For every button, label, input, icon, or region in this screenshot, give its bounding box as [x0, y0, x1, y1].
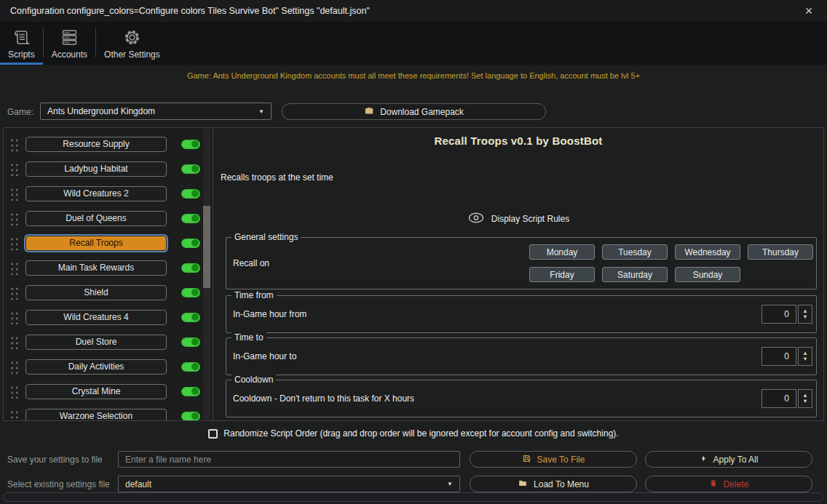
cooldown-label: Cooldown - Don't return to this task for…	[226, 393, 761, 404]
general-settings-group: General settings Recall on Monday Tuesda…	[226, 237, 817, 289]
save-to-file-button[interactable]: Save To File	[470, 451, 637, 468]
toggle-knob	[191, 313, 199, 321]
script-button[interactable]: Shield	[25, 285, 167, 300]
script-enabled-toggle[interactable]	[181, 337, 200, 347]
day-button[interactable]: Tuesday	[602, 244, 668, 260]
script-enabled-toggle[interactable]	[181, 164, 200, 174]
tab-label: Accounts	[52, 49, 87, 60]
script-enabled-toggle[interactable]	[181, 140, 200, 149]
toggle-knob	[191, 289, 199, 296]
settings-file-value: default	[125, 479, 151, 489]
day-button[interactable]: Friday	[529, 267, 595, 282]
display-script-rules-label: Display Script Rules	[491, 214, 569, 224]
tab-label: Other Settings	[104, 49, 160, 60]
script-enabled-toggle[interactable]	[181, 288, 200, 297]
spinner-arrows[interactable]: ▲ ▼	[798, 389, 812, 408]
game-select[interactable]: Ants Underground Kingdom ▼	[40, 103, 272, 120]
script-list-item: Crystal Mine	[4, 379, 213, 404]
toggle-knob	[191, 388, 199, 395]
script-enabled-toggle[interactable]	[181, 239, 200, 248]
drag-handle-icon[interactable]	[9, 236, 18, 250]
delete-button[interactable]: Delete	[645, 476, 812, 492]
spin-down-icon[interactable]: ▼	[802, 315, 807, 319]
chevron-down-icon: ▼	[447, 481, 453, 487]
randomize-label: Randomize Script Order (drag and drop or…	[223, 428, 618, 439]
apply-to-all-label: Apply To All	[713, 455, 759, 465]
sidebar-scrollbar-thumb[interactable]	[203, 206, 210, 288]
apply-to-all-button[interactable]: Apply To All	[645, 451, 812, 468]
script-button[interactable]: Wild Creatures 2	[25, 186, 167, 201]
toggle-knob	[191, 363, 199, 370]
script-settings-panel: Recall Troops v0.1 by BoostBot Recalls t…	[213, 128, 823, 420]
drag-handle-icon[interactable]	[9, 260, 18, 275]
script-list-item: Shield	[4, 280, 213, 305]
script-list-item: Duel Store	[4, 329, 213, 354]
script-button[interactable]: Wild Creatures 4	[25, 310, 167, 325]
tab-scripts[interactable]: Scripts	[0, 22, 43, 65]
lightning-icon	[700, 454, 708, 465]
drag-handle-icon[interactable]	[9, 310, 18, 324]
in-game-hour-from-label: In-Game hour from	[226, 309, 761, 319]
day-buttons: Monday Tuesday Wednesday Thursday Friday…	[529, 244, 813, 282]
drag-handle-icon[interactable]	[9, 409, 18, 420]
script-enabled-toggle[interactable]	[181, 189, 200, 199]
day-button[interactable]: Wednesday	[675, 244, 740, 260]
chevron-down-icon: ▼	[258, 108, 264, 115]
script-button[interactable]: Crystal Mine	[25, 384, 167, 399]
day-button[interactable]: Sunday	[675, 267, 740, 282]
sidebar-scrollbar[interactable]	[203, 129, 210, 420]
drag-handle-icon[interactable]	[9, 335, 18, 349]
drag-handle-icon[interactable]	[9, 137, 18, 151]
spinner-arrows[interactable]: ▲ ▼	[798, 347, 812, 366]
day-button[interactable]: Monday	[529, 244, 595, 260]
spinner-arrows[interactable]: ▲ ▼	[798, 305, 812, 324]
script-enabled-toggle[interactable]	[181, 412, 200, 421]
tab-other-settings[interactable]: Other Settings	[96, 22, 168, 65]
drag-handle-icon[interactable]	[9, 211, 18, 225]
main-area: Resource Supply Ladybug Habitat Wild Cre…	[3, 127, 824, 421]
hour-to-input[interactable]: 0	[761, 347, 796, 366]
randomize-row: Randomize Script Order (drag and drop or…	[0, 425, 827, 441]
randomize-checkbox[interactable]	[208, 429, 218, 439]
script-enabled-toggle[interactable]	[181, 214, 200, 223]
drag-handle-icon[interactable]	[9, 186, 18, 201]
script-button[interactable]: Resource Supply	[25, 137, 167, 152]
settings-file-select[interactable]: default ▼	[118, 476, 460, 492]
scroll-icon	[12, 28, 31, 47]
script-enabled-toggle[interactable]	[181, 263, 200, 273]
load-to-menu-button[interactable]: Load To Menu	[470, 476, 637, 492]
script-button[interactable]: Duel of Queens	[25, 211, 167, 226]
hour-from-input[interactable]: 0	[761, 305, 796, 324]
script-enabled-toggle[interactable]	[181, 387, 200, 396]
drag-handle-icon[interactable]	[9, 384, 18, 399]
drag-handle-icon[interactable]	[9, 161, 18, 176]
drag-handle-icon[interactable]	[9, 359, 18, 374]
script-button[interactable]: Main Task Rewards	[25, 260, 167, 276]
download-gamepack-button[interactable]: Download Gamepack	[282, 103, 546, 120]
script-button[interactable]: Warzone Selection	[25, 409, 167, 421]
time-to-group: Time to In-Game hour to 0 ▲ ▼	[226, 337, 817, 375]
save-to-file-label: Save To File	[537, 455, 585, 465]
toggle-knob	[191, 165, 199, 172]
tab-accounts[interactable]: Accounts	[44, 22, 95, 65]
script-enabled-toggle[interactable]	[181, 313, 200, 322]
drag-handle-icon[interactable]	[9, 285, 18, 300]
script-button[interactable]: Recall Troops	[25, 236, 167, 251]
script-button[interactable]: Duel Store	[25, 335, 167, 350]
cooldown-input[interactable]: 0	[761, 389, 796, 408]
file-name-input[interactable]	[118, 451, 460, 468]
game-select-value: Ants Underground Kingdom	[47, 106, 155, 116]
script-enabled-toggle[interactable]	[181, 362, 200, 372]
script-list-item: Recall Troops	[4, 231, 213, 255]
floppy-icon	[522, 454, 531, 465]
close-icon[interactable]: ×	[795, 0, 823, 22]
spin-down-icon[interactable]: ▼	[802, 357, 807, 361]
day-button[interactable]: Saturday	[602, 267, 668, 282]
toggle-knob	[191, 215, 199, 222]
spin-down-icon[interactable]: ▼	[802, 399, 807, 404]
display-script-rules[interactable]: Display Script Rules	[213, 212, 823, 226]
script-button[interactable]: Daily Activities	[25, 359, 167, 375]
day-button[interactable]: Thursday	[748, 244, 813, 260]
script-button[interactable]: Ladybug Habitat	[25, 161, 167, 177]
group-legend: Time from	[232, 290, 277, 300]
